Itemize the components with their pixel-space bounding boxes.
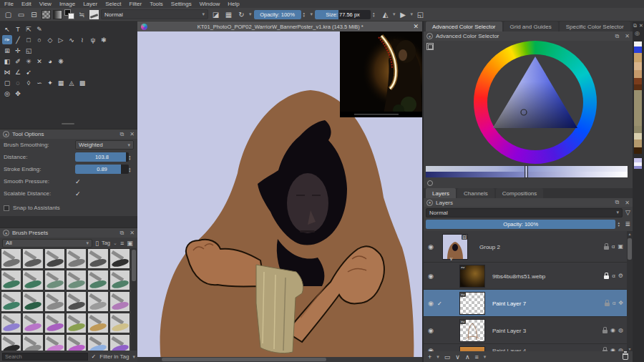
freehand-select-tool-icon[interactable]: ∽ [34,78,44,87]
text-tool-icon[interactable]: T [13,24,23,34]
distance-slider[interactable]: 103.8 [75,152,129,162]
palette-swatch[interactable] [634,147,642,154]
close-icon[interactable]: ✕ [625,200,630,206]
zoom-tool-icon[interactable]: ◎ [2,89,12,98]
brush-smoothing-dropdown[interactable]: Weighted ▾ [75,140,134,150]
close-icon[interactable]: ✕ [413,23,419,30]
move-layer-down-button[interactable]: ∨ [455,353,460,361]
layer-row-paint-layer-4[interactable]: ◉ Paint Layer 4 ◉◍ [424,344,627,351]
snap-to-assistants-checkbox[interactable] [4,205,9,211]
brush-preset-tile[interactable] [1,291,21,312]
contiguous-select-tool-icon[interactable]: ✦ [45,78,55,87]
chevron-down-icon[interactable]: ▾ [249,11,252,17]
line-tool-icon[interactable]: ╱ [13,35,23,44]
smart-patch-tool-icon[interactable]: ✕ [34,57,44,66]
lock-closed-icon[interactable] [604,275,609,279]
alpha-badge-icon[interactable]: α [612,273,615,279]
palette-swatch[interactable] [634,140,642,147]
open-document-icon[interactable]: ▭ [16,9,26,20]
brush-preset-tile[interactable] [66,313,87,333]
layer-row-group-2[interactable]: ◉ ⊟ ∨ Group 2 α▣ [424,231,627,263]
menu-item-help[interactable]: Help [228,0,239,8]
close-icon[interactable]: ✕ [130,230,135,236]
tab-advanced-color-selector[interactable]: Advanced Color Selector [426,21,502,31]
palette-swatch[interactable] [634,126,642,133]
lock-open-icon[interactable] [605,303,610,306]
layer-filter-icon[interactable]: ▽ [625,209,630,216]
visibility-eye-icon[interactable]: ◉ [428,243,434,250]
transform-tool-icon[interactable]: ⊞ [2,46,12,55]
lock-open-icon[interactable] [602,330,608,333]
tab-grid-and-guides[interactable]: Grid and Guides [504,21,558,31]
brush-preset-tile[interactable] [109,334,130,351]
palette-swatch[interactable] [634,62,642,70]
preserve-alpha-icon[interactable]: ▦ [223,9,234,20]
tab-layers[interactable]: Layers [426,188,456,198]
tool-options-header[interactable]: ● Tool Options ⧉ ✕ [0,129,137,139]
visibility-eye-icon[interactable]: ◉ [428,300,434,307]
float-dock-icon[interactable]: ⧉ [615,199,620,206]
freehand-brush-tool-icon[interactable]: ✑ [2,35,12,44]
layer-opacity-slider[interactable]: Opacity: 100% [426,220,615,229]
chevron-down-icon[interactable]: ▾ [132,354,135,360]
collapse-icon[interactable]: ● [426,33,433,39]
new-document-icon[interactable]: ▢ [3,9,14,20]
polygon-tool-icon[interactable]: ◇ [45,35,55,44]
list-view-icon[interactable]: ≡ [120,240,124,247]
freehand-path-tool-icon[interactable]: ≀ [77,35,87,44]
measure-tool-icon[interactable]: ∠ [13,67,23,77]
layer-row-webp[interactable]: ◉ ∾ 9tbs4bu8rhs51.webp α⚙ [424,263,627,290]
layer-list-scrollbar[interactable]: ▴ ▾ [627,231,633,351]
brush-preset-tile[interactable] [1,334,21,351]
eye-badge-icon[interactable]: ◉ [610,328,615,333]
mirror-icon[interactable]: ◭ [380,9,391,20]
brush-settings-icon[interactable]: ≒ [77,9,87,20]
layer-thumbnail[interactable]: ∾ [459,265,485,288]
chevron-down-icon[interactable]: ▾ [484,354,487,360]
alpha-badge-icon[interactable]: α [613,300,616,306]
size-spinner[interactable]: ▴▾ [373,11,378,17]
layer-thumbnail[interactable] [459,346,485,351]
reload-preset-icon[interactable]: ↻ [236,9,247,20]
stroke-ending-slider[interactable]: 0.89 [75,165,129,174]
color-history-icon[interactable] [427,180,433,186]
rectangle-tool-icon[interactable]: □ [24,35,34,44]
menu-item-tools[interactable]: Tools [150,0,163,8]
chevron-down-icon[interactable]: ⌄ [113,240,117,246]
brush-preset-tile[interactable] [87,248,108,269]
move-layer-up-button[interactable]: ∧ [465,353,470,361]
alpha-badge-icon[interactable]: α [612,244,615,250]
brush-preset-tile[interactable] [66,291,87,312]
layer-opacity-spinner[interactable]: ▴▾ [618,221,623,227]
gradient-tool-icon[interactable]: ◧ [2,57,12,66]
brush-preset-tile[interactable] [22,334,43,351]
select-shapes-tool-icon[interactable]: ↖ [2,24,12,34]
brush-preset-tile[interactable] [87,291,108,312]
brush-preset-tile[interactable] [109,313,130,333]
brush-preset-tile[interactable] [22,248,43,269]
menu-item-view[interactable]: View [39,0,52,8]
palette-swatch[interactable] [634,41,642,47]
palette-swatch[interactable] [634,166,642,169]
menu-item-image[interactable]: Image [59,0,75,8]
float-dock-icon[interactable]: ⧉ [615,33,620,40]
brush-preset-chooser[interactable] [89,10,99,19]
brush-preset-tile[interactable] [1,313,21,333]
grid-view-icon[interactable]: ▣ [127,240,133,247]
menu-item-filter[interactable]: Filter [129,0,142,8]
close-icon[interactable]: ✕ [625,33,630,39]
brush-preset-tile[interactable] [66,270,87,290]
close-icon[interactable]: ✕ [130,131,135,137]
canvas[interactable] [137,31,422,362]
multibrush-tool-icon[interactable]: ❃ [99,35,109,44]
float-dock-icon[interactable]: ⧉ [633,23,637,29]
distance-spinner[interactable]: ▴▾ [129,155,134,160]
scalable-distance-checkbox[interactable]: ✓ [75,190,81,197]
dock-splitter[interactable] [62,123,74,124]
brush-preset-tile[interactable] [44,313,65,333]
canvas-titlebar[interactable]: KT01_PhotoO_POP02_WarriorW_BannerPoster_… [137,21,422,31]
polygon-select-tool-icon[interactable]: ◊ [24,78,34,87]
horizontal-scrollbar[interactable] [137,357,422,362]
palette-swatch[interactable] [634,53,642,62]
expand-chevron-icon[interactable]: ∨ [449,256,453,262]
